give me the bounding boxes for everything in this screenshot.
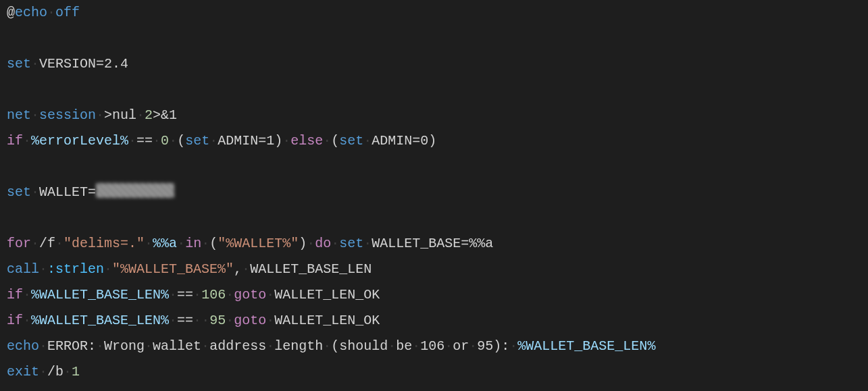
set-keyword: set (339, 133, 363, 149)
paren: ( (331, 133, 339, 149)
code-line: if·%WALLET_BASE_LEN%·==·106·goto·WALLET_… (7, 287, 380, 303)
assignment: WALLET= (39, 184, 96, 200)
else-keyword: else (290, 133, 323, 149)
number: 106 (201, 287, 226, 303)
string: "delims=." (63, 236, 145, 251)
paren: ( (209, 236, 218, 251)
echo-keyword: echo (15, 5, 47, 20)
label-ref: WALLET_LEN_OK (274, 287, 380, 303)
operator: == (177, 287, 193, 303)
number: 95 (209, 313, 226, 328)
goto-keyword: goto (234, 287, 266, 303)
code-line: if·%WALLET_BASE_LEN%·==··95·goto·WALLET_… (7, 313, 380, 328)
text: be (396, 338, 412, 354)
number: 0 (161, 133, 169, 149)
net-keyword: net (7, 107, 31, 123)
operator: == (136, 133, 153, 149)
operator: == (177, 313, 193, 328)
text: (should (331, 338, 388, 354)
redirect: >nul (104, 107, 136, 123)
text: wallet (153, 338, 201, 354)
label-ref: WALLET_LEN_OK (274, 313, 380, 328)
off-keyword: off (55, 5, 80, 20)
text: address (209, 338, 266, 354)
variable: %WALLET_BASE_LEN% (31, 287, 169, 303)
code-line: exit·/b·1 (7, 364, 80, 380)
goto-keyword: goto (234, 313, 266, 328)
code-line: set·WALLET= (7, 184, 174, 200)
at-symbol: @ (7, 5, 15, 20)
set-keyword: set (7, 56, 31, 72)
exit-keyword: exit (7, 364, 39, 380)
set-keyword: set (7, 184, 31, 200)
code-line: for·/f·"delims=."·%%a·in·("%WALLET%")·do… (7, 236, 493, 251)
flag: /b (47, 364, 63, 380)
variable: %WALLET_BASE_LEN% (31, 313, 169, 328)
text: length (274, 338, 323, 354)
if-keyword: if (7, 287, 23, 303)
flag: /f (39, 236, 55, 251)
number: 1 (72, 364, 80, 380)
assignment: ADMIN=1) (218, 133, 282, 149)
text: or (453, 338, 469, 354)
label: :strlen (47, 261, 104, 277)
variable: %WALLET_BASE_LEN% (517, 338, 655, 354)
code-line: set·VERSION=2.4 (7, 56, 128, 72)
variable: %errorLevel% (31, 133, 128, 149)
redirect: >&1 (153, 107, 177, 123)
code-line: call·:strlen·"%WALLET_BASE%",·WALLET_BAS… (7, 261, 372, 277)
set-keyword: set (185, 133, 209, 149)
text: Wrong (104, 338, 145, 354)
do-keyword: do (315, 236, 331, 251)
string: "%WALLET_BASE%" (112, 261, 234, 277)
for-keyword: for (7, 236, 31, 251)
code-line: if·%errorLevel%·==·0·(set·ADMIN=1)·else·… (7, 133, 436, 149)
code-block: @echo·off set·VERSION=2.4 net·session·>n… (0, 0, 868, 385)
text: ERROR: (47, 338, 96, 354)
number: 2 (145, 107, 153, 123)
session-keyword: session (39, 107, 96, 123)
code-line: @echo·off (7, 5, 80, 20)
if-keyword: if (7, 313, 23, 328)
in-keyword: in (185, 236, 201, 251)
redacted-wallet (96, 183, 174, 198)
code-line: echo·ERROR:·Wrong·wallet·address·length·… (7, 338, 655, 354)
paren: ) (299, 236, 307, 251)
variable: %%a (153, 236, 177, 251)
identifier: WALLET_BASE_LEN (250, 261, 372, 277)
if-keyword: if (7, 133, 23, 149)
echo-keyword: echo (7, 338, 39, 354)
paren: ( (177, 133, 185, 149)
text: 95): (477, 338, 509, 354)
assignment: ADMIN=0) (372, 133, 436, 149)
set-keyword: set (339, 236, 363, 251)
string: "%WALLET%" (218, 236, 299, 251)
text: 106 (420, 338, 444, 354)
assignment: WALLET_BASE=%%a (372, 236, 493, 251)
comma: , (234, 261, 242, 277)
assignment: VERSION=2.4 (39, 56, 128, 72)
call-keyword: call (7, 261, 39, 277)
code-line: net·session·>nul·2>&1 (7, 107, 177, 123)
